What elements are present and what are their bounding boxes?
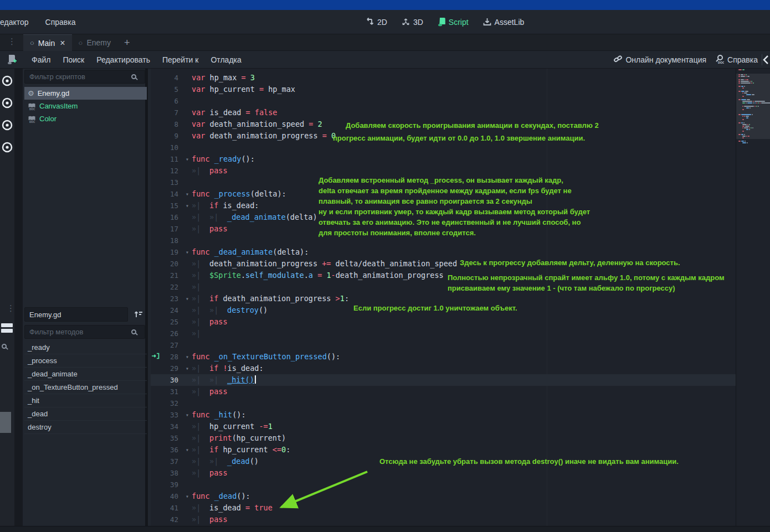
scripts-filter-input[interactable]	[24, 70, 145, 84]
code-line[interactable]: 10	[151, 142, 736, 153]
script-item-color[interactable]: DOCColor	[24, 112, 147, 125]
code-line[interactable]: 40▾func _dead():	[151, 490, 736, 502]
code-minimap[interactable]	[736, 69, 770, 526]
annotation-note: Добавляем скорость проигрывания анимации…	[346, 121, 599, 130]
code-line[interactable]: 34»|hp_current -=1	[151, 421, 736, 432]
code-line[interactable]: 28▾func _on_TextureButton_pressed():	[151, 351, 736, 363]
code-line[interactable]: 41»|is_dead = true	[151, 502, 736, 514]
fold-toggle-icon[interactable]: ▾	[183, 351, 192, 363]
code-line[interactable]: 27	[151, 339, 736, 351]
script-name-field[interactable]	[24, 307, 128, 322]
code-text: »|pass	[192, 467, 228, 479]
fold-toggle-icon	[183, 235, 192, 246]
strip-search-icon[interactable]	[2, 342, 7, 350]
scene-tab-main[interactable]: ○Main×	[23, 34, 72, 51]
sort-methods-button[interactable]	[130, 307, 147, 322]
code-line[interactable]: 42»|pass	[151, 514, 736, 525]
signal-connection-icon	[151, 467, 161, 479]
line-number: 24	[161, 304, 183, 316]
layout-panes-icon[interactable]	[1, 323, 13, 333]
script-item-canvasitem[interactable]: DOCCanvasItem	[24, 100, 147, 112]
code-line[interactable]: 32	[151, 397, 736, 409]
code-line[interactable]: 29▾»|if !is_dead:	[151, 363, 736, 374]
menubar-item-Справка[interactable]: Справка	[45, 18, 85, 27]
fold-toggle-icon[interactable]: ▾	[183, 444, 192, 456]
doc-icon: DOC	[28, 115, 36, 123]
fold-toggle-icon[interactable]: ▾	[183, 200, 192, 211]
code-text: »|if hp_current <=0:	[192, 444, 290, 456]
code-line[interactable]: 26»|	[151, 328, 736, 339]
code-line[interactable]: 11▾func _ready():	[151, 153, 736, 165]
code-line[interactable]: 5var hp_current = hp_max	[151, 84, 736, 95]
code-line[interactable]: 23▾»|if death_animation_progress >1:	[151, 293, 736, 304]
fold-toggle-icon[interactable]: ▾	[183, 153, 192, 165]
script-menu-Поиск[interactable]: Поиск	[57, 55, 90, 64]
workspace-button-2d[interactable]: 2D	[366, 18, 387, 27]
code-text: func _on_TextureButton_pressed():	[192, 351, 340, 363]
method-item-_process[interactable]: _process	[24, 354, 147, 368]
tab-close-icon[interactable]: ×	[60, 38, 65, 48]
script-menu-Файл[interactable]: Файл	[25, 55, 57, 64]
workspace-button-assetlib[interactable]: AssetLib	[483, 18, 525, 27]
script-menu-Перейти к[interactable]: Перейти к	[156, 55, 205, 64]
workspace-label: 3D	[413, 18, 423, 27]
scene-tab-enemy[interactable]: ○Enemy	[72, 34, 117, 51]
fold-toggle-icon[interactable]: ▾	[183, 490, 192, 502]
code-line[interactable]: 7var is_dead = false	[151, 107, 736, 118]
code-line[interactable]: 30»|»|_hit()	[151, 374, 736, 386]
method-item-_ready[interactable]: _ready	[24, 341, 147, 354]
fold-toggle-icon[interactable]: ▾	[183, 409, 192, 421]
code-text: »|$Sprite.self_modulate.a = 1-death_anim…	[192, 270, 444, 281]
line-number: 38	[161, 467, 183, 479]
visibility-eye-icon[interactable]	[2, 97, 13, 109]
fold-toggle-icon[interactable]: ▾	[183, 188, 192, 200]
text-caret	[255, 375, 256, 384]
line-number: 21	[161, 270, 183, 281]
fold-toggle-icon	[183, 397, 192, 409]
method-item-_dead_animate[interactable]: _dead_animate	[24, 368, 147, 381]
code-line[interactable]: 4var hp_max = 3	[151, 72, 736, 84]
fold-toggle-icon[interactable]: ▾	[183, 293, 192, 304]
code-line[interactable]: 38»|pass	[151, 467, 736, 479]
tabbar-drag-handle-icon[interactable]: ⋮	[8, 37, 17, 47]
script-menu-Редактировать[interactable]: Редактировать	[90, 55, 156, 64]
code-line[interactable]: 36▾»|if hp_current <=0:	[151, 444, 736, 456]
online-docs-button[interactable]: Онлайн документация	[614, 55, 706, 65]
collapse-panel-chevron-icon[interactable]	[762, 55, 770, 65]
code-line[interactable]: 12»|pass	[151, 165, 736, 177]
code-line[interactable]: 33▾func _hit():	[151, 409, 736, 421]
script-menu-Отладка[interactable]: Отладка	[204, 55, 247, 64]
code-text: var death_animation_speed = 2	[192, 118, 322, 130]
method-item-_hit[interactable]: _hit	[24, 394, 147, 407]
workspace-button-script[interactable]: Script	[438, 17, 469, 27]
search-help-button[interactable]: DOC Справка	[715, 55, 758, 65]
workspace-button-3d[interactable]: 3D	[402, 18, 423, 27]
new-scene-tab-button[interactable]: +	[117, 34, 137, 51]
code-line[interactable]: 31»|pass	[151, 386, 736, 397]
method-item-destroy[interactable]: destroy	[24, 421, 147, 434]
code-editor[interactable]: 4var hp_max = 35var hp_current = hp_max6…	[151, 69, 736, 526]
method-item-_on_TextureButton_pressed[interactable]: _on_TextureButton_pressed	[24, 381, 147, 394]
code-line[interactable]: 6	[151, 95, 736, 107]
menubar-item-едактор[interactable]: едактор	[0, 18, 38, 27]
visibility-eye-icon[interactable]	[2, 120, 13, 131]
method-item-_dead[interactable]: _dead	[24, 407, 147, 421]
signal-connection-icon	[151, 118, 161, 130]
fold-toggle-icon	[183, 432, 192, 444]
methods-filter-input[interactable]	[24, 325, 145, 339]
code-line[interactable]: 35»|print(hp_current)	[151, 432, 736, 444]
line-number: 31	[161, 386, 183, 397]
fold-toggle-icon[interactable]: ▾	[183, 363, 192, 374]
visibility-eye-icon[interactable]	[2, 75, 13, 86]
code-line[interactable]: 25»|pass	[151, 316, 736, 328]
fold-toggle-icon[interactable]: ▾	[183, 246, 192, 258]
main-menubar: едакторСправка 2D3DScriptAssetLib	[0, 10, 770, 34]
new-script-button[interactable]	[4, 53, 19, 66]
code-line[interactable]: 39	[151, 479, 736, 490]
script-item-enemy.gd[interactable]: ⚙Enemy.gd	[24, 87, 147, 100]
code-line[interactable]: 19▾func _dead_animate(delta):	[151, 246, 736, 258]
signal-connection-icon	[151, 351, 161, 363]
strip-scrollbar-thumb[interactable]	[0, 412, 11, 433]
line-number: 5	[161, 84, 183, 95]
visibility-eye-icon[interactable]	[2, 142, 13, 153]
